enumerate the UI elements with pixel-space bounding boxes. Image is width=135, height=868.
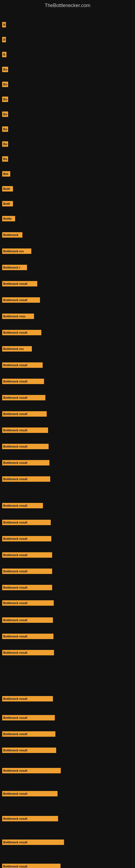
bar-label: Bottleneck result: [2, 617, 53, 623]
bar-row: Bottleneck resu: [2, 314, 34, 319]
bar-row: Bottleneck result: [2, 791, 57, 796]
bar-label: Bottleneck res: [2, 248, 31, 254]
bar-row: Bottleneck result: [2, 536, 51, 541]
bar-label: Bottleneck result: [2, 696, 53, 702]
bar-row: Bottleneck result: [2, 617, 53, 623]
bar-row: Bo: [2, 67, 8, 72]
bar-row: Bottleneck result: [2, 633, 53, 639]
bar-row: Bottleneck result: [2, 839, 64, 845]
bar-label: Bo: [2, 97, 8, 102]
bar-row: Bottleneck result: [2, 428, 48, 433]
bar-label: Bottleneck result: [2, 731, 55, 737]
bar-label: Bottleneck result: [2, 476, 50, 482]
bar-row: Bottle: [2, 216, 15, 221]
bar-label: Bottleneck result: [2, 281, 37, 286]
bar-row: Bottleneck result: [2, 520, 51, 525]
bar-label: Bottl: [2, 201, 13, 207]
bar-row: Bottleneck result: [2, 330, 41, 335]
bar-label: Bot: [2, 171, 10, 177]
bar-row: Bo: [2, 112, 8, 117]
bar-label: Bottle: [2, 216, 15, 221]
bar-row: Bottleneck result: [2, 281, 37, 286]
bar-row: Bottl: [2, 186, 13, 191]
bar-row: B: [2, 37, 6, 42]
bar-row: Bottleneck result: [2, 476, 50, 482]
bar-label: Bottleneck result: [2, 444, 49, 449]
site-title: TheBottlenecker.com: [0, 0, 135, 10]
bar-label: Bottleneck result: [2, 520, 51, 525]
bar-label: Bottleneck result: [2, 633, 53, 639]
bar-row: Bottleneck result: [2, 444, 49, 449]
bar-label: Bottleneck result: [2, 297, 40, 303]
bar-label: Bottleneck result: [2, 395, 45, 400]
bar-row: Bottleneck result: [2, 503, 43, 508]
bar-row: Bottleneck result: [2, 585, 52, 590]
bar-label: Bottleneck r: [2, 265, 27, 270]
bar-row: Bottleneck result: [2, 411, 47, 416]
bar-label: Bo: [2, 112, 8, 117]
bar-label: Bottleneck result: [2, 536, 51, 541]
bar-label: Bo: [2, 67, 8, 72]
bar-label: Bottleneck result: [2, 460, 49, 465]
bar-row: Bo: [2, 82, 8, 87]
bar-label: B: [2, 22, 6, 27]
bar-row: Bottleneck result: [2, 395, 45, 400]
bar-row: Bottleneck res: [2, 346, 32, 351]
bar-label: Bottleneck resu: [2, 314, 34, 319]
bar-label: Bottleneck result: [2, 791, 57, 796]
bar-row: Bottleneck result: [2, 864, 60, 868]
bar-label: Bottleneck result: [2, 715, 55, 720]
bar-label: Bottleneck result: [2, 428, 48, 433]
bar-label: Bottleneck result: [2, 768, 61, 773]
bar-row: Bottleneck result: [2, 379, 44, 384]
bar-row: Bottl: [2, 201, 13, 207]
bar-label: Bottleneck: [2, 232, 22, 238]
bar-row: Bottleneck result: [2, 650, 54, 655]
bar-label: Bottleneck result: [2, 568, 52, 574]
bar-label: Bottleneck result: [2, 552, 52, 558]
bar-row: Bottleneck result: [2, 816, 58, 822]
bar-row: Bottleneck result: [2, 696, 53, 702]
page-wrapper: TheBottlenecker.com BBBBoBoBoBoBoBoBoBot…: [0, 0, 135, 868]
bar-label: B: [2, 52, 6, 57]
bar-row: Bottleneck result: [2, 362, 43, 368]
bar-label: Bottleneck result: [2, 600, 54, 606]
bar-label: Bottleneck result: [2, 503, 43, 508]
bar-label: Bottleneck result: [2, 816, 58, 822]
bar-row: Bottleneck r: [2, 265, 27, 270]
bar-row: Bottleneck result: [2, 568, 52, 574]
bar-row: Bottleneck result: [2, 460, 49, 465]
bar-row: Bo: [2, 156, 8, 162]
bar-row: Bottleneck result: [2, 552, 52, 558]
bar-row: Bottleneck result: [2, 731, 55, 737]
bar-row: Bottleneck result: [2, 297, 40, 303]
bar-label: Bo: [2, 126, 8, 132]
bar-label: Bo: [2, 82, 8, 87]
bar-row: Bottleneck result: [2, 768, 61, 773]
bar-label: Bottleneck result: [2, 585, 52, 590]
bar-label: Bottleneck result: [2, 864, 60, 868]
bar-row: B: [2, 22, 6, 27]
bar-row: Bottleneck result: [2, 748, 56, 753]
bar-row: Bo: [2, 97, 8, 102]
bar-row: Bottleneck result: [2, 600, 54, 606]
bar-row: B: [2, 52, 6, 57]
bar-label: Bottleneck res: [2, 346, 32, 351]
bar-row: Bottleneck result: [2, 715, 55, 720]
bar-row: Bo: [2, 141, 8, 147]
bar-row: Bot: [2, 171, 10, 177]
bar-label: Bo: [2, 156, 8, 162]
bar-label: Bo: [2, 141, 8, 147]
bar-label: Bottleneck result: [2, 650, 54, 655]
bar-row: Bottleneck: [2, 232, 22, 238]
bar-row: Bo: [2, 126, 8, 132]
bar-label: Bottleneck result: [2, 379, 44, 384]
bar-label: Bottleneck result: [2, 362, 43, 368]
bar-label: Bottl: [2, 186, 13, 191]
bar-label: Bottleneck result: [2, 839, 64, 845]
bars-container: BBBBoBoBoBoBoBoBoBotBottlBottlBottleBott…: [0, 10, 135, 868]
bar-label: Bottleneck result: [2, 748, 56, 753]
bar-row: Bottleneck res: [2, 248, 31, 254]
bar-label: Bottleneck result: [2, 411, 47, 416]
bar-label: B: [2, 37, 6, 42]
